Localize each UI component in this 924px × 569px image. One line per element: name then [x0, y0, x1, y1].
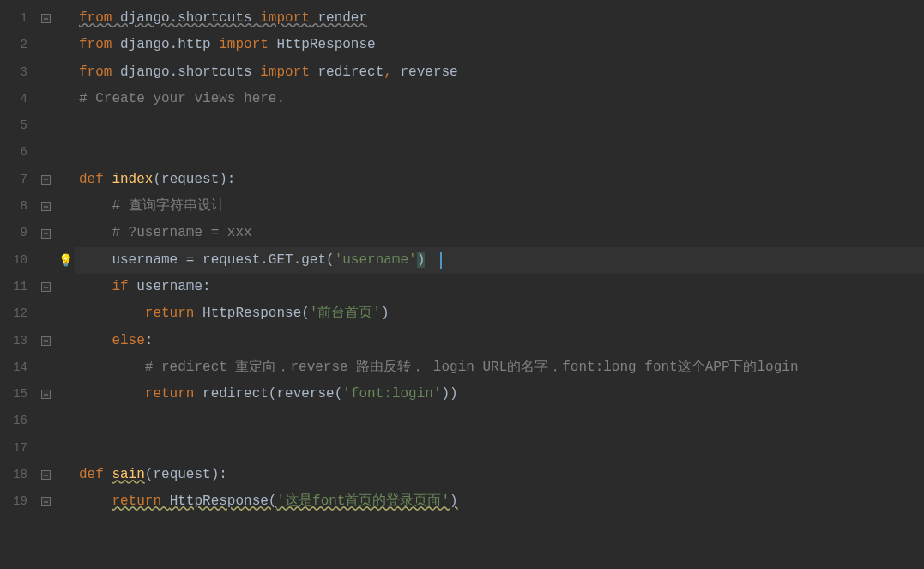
module: django.http — [112, 37, 219, 52]
keyword-def: def — [79, 172, 112, 187]
call: HttpResponse( — [202, 306, 310, 321]
paren-close: ) — [450, 493, 458, 509]
code-line[interactable]: from django.shortcuts import redirect, r… — [75, 59, 924, 86]
paren-close: ) — [381, 306, 390, 321]
code-line[interactable]: return HttpResponse('这是font首页的登录页面') — [75, 488, 924, 515]
code-line[interactable]: return redirect(reverse('font:login')) — [75, 381, 924, 408]
keyword-import: import — [260, 10, 310, 26]
code-line[interactable]: # redirect 重定向，reverse 路由反转， login URL的名… — [75, 354, 924, 381]
code-line[interactable] — [75, 139, 924, 166]
line-number: 9 — [0, 220, 34, 246]
line-number: 3 — [0, 59, 34, 86]
fold-marker-icon[interactable] — [41, 175, 51, 185]
line-number: 8 — [0, 193, 34, 220]
code-line[interactable] — [75, 112, 924, 139]
fold-marker-icon[interactable] — [41, 336, 51, 346]
line-number: 17 — [0, 435, 34, 462]
paren-colon: ): — [211, 467, 227, 482]
imported-name: reverse — [400, 64, 457, 80]
comment: # 查询字符串设计 — [112, 198, 224, 214]
keyword-return: return — [145, 386, 202, 402]
colon: : — [202, 279, 211, 294]
string-literal: '这是font首页的登录页面' — [276, 493, 450, 509]
param: request — [153, 467, 210, 482]
keyword-else: else — [112, 333, 144, 348]
call: request.GET.get( — [202, 252, 335, 268]
line-number: 7 — [0, 166, 34, 193]
keyword-import: import — [260, 64, 310, 80]
code-line[interactable]: return HttpResponse('前台首页') — [75, 300, 924, 327]
fold-marker-icon[interactable] — [41, 202, 51, 211]
code-line[interactable]: else: — [75, 328, 924, 354]
identifier: username — [136, 279, 202, 294]
keyword-import: import — [219, 37, 269, 52]
keyword-from: from — [79, 64, 112, 80]
line-number: 15 — [0, 381, 34, 408]
colon: : — [145, 333, 154, 348]
string-literal: 'username' — [335, 252, 417, 268]
function-name: sain — [112, 467, 144, 482]
line-number: 19 — [0, 488, 34, 515]
imported-name: render — [310, 10, 367, 26]
fold-marker-icon[interactable] — [41, 229, 51, 239]
code-area[interactable]: from django.shortcuts import render from… — [75, 0, 924, 569]
code-line[interactable]: def sain(request): — [75, 462, 924, 488]
line-number: 18 — [0, 462, 34, 488]
fold-gutter — [34, 0, 57, 569]
call: redirect(reverse( — [202, 386, 342, 402]
fold-marker-icon[interactable] — [41, 390, 51, 399]
code-line[interactable]: # ?username = xxx — [75, 220, 924, 246]
fold-marker-icon[interactable] — [41, 470, 51, 480]
line-number: 11 — [0, 274, 34, 300]
line-number: 6 — [0, 139, 34, 166]
line-number: 2 — [0, 32, 34, 58]
line-number: 16 — [0, 408, 34, 434]
paren-close: )) — [441, 386, 457, 402]
keyword-return: return — [112, 493, 169, 509]
line-number: 13 — [0, 328, 34, 354]
paren-colon: ): — [219, 172, 235, 187]
line-number: 5 — [0, 112, 34, 139]
identifier: username — [112, 252, 185, 268]
code-line[interactable]: def index(request): — [75, 166, 924, 193]
module: django.shortcuts — [112, 10, 260, 26]
imported-name: HttpResponse — [269, 37, 376, 52]
operator: = — [186, 252, 202, 268]
intention-bulb-icon[interactable]: 💡 — [58, 253, 73, 268]
comment: # Create your views here. — [79, 91, 285, 106]
line-number: 14 — [0, 354, 34, 381]
param: request — [161, 172, 219, 187]
keyword-def: def — [79, 467, 112, 482]
keyword-if: if — [112, 279, 136, 294]
code-line[interactable]: # Create your views here. — [75, 86, 924, 112]
line-number-gutter: 1 2 3 4 5 6 7 8 9 10 11 12 13 14 15 16 1… — [0, 0, 34, 569]
keyword-from: from — [79, 10, 112, 26]
string-literal: 'font:login' — [342, 386, 441, 402]
code-line[interactable]: if username: — [75, 274, 924, 300]
imported-name: redirect — [310, 64, 383, 80]
code-line[interactable] — [75, 408, 924, 434]
keyword-return: return — [145, 306, 202, 321]
code-editor[interactable]: 1 2 3 4 5 6 7 8 9 10 11 12 13 14 15 16 1… — [0, 0, 924, 569]
code-line[interactable]: # 查询字符串设计 — [75, 193, 924, 220]
fold-marker-icon[interactable] — [41, 282, 51, 292]
code-line-active[interactable]: username = request.GET.get('username') — [75, 247, 924, 274]
comment: # redirect 重定向，reverse 路由反转， login URL的名… — [145, 360, 799, 375]
hint-gutter: 💡 — [57, 0, 75, 569]
code-line[interactable]: from django.http import HttpResponse — [75, 32, 924, 58]
paren: ( — [145, 467, 154, 482]
line-number: 4 — [0, 86, 34, 112]
function-name: index — [112, 172, 153, 187]
fold-marker-icon[interactable] — [41, 14, 51, 23]
call: HttpResponse( — [170, 493, 277, 509]
line-number: 1 — [0, 5, 34, 32]
code-line[interactable]: from django.shortcuts import render — [75, 5, 924, 32]
fold-marker-icon[interactable] — [41, 497, 51, 506]
line-number: 12 — [0, 300, 34, 327]
paren: ( — [153, 172, 161, 187]
string-literal: '前台首页' — [310, 306, 381, 321]
line-number: 10 — [0, 247, 34, 274]
code-line[interactable] — [75, 435, 924, 462]
text-caret — [440, 252, 442, 269]
comma: , — [383, 64, 400, 80]
